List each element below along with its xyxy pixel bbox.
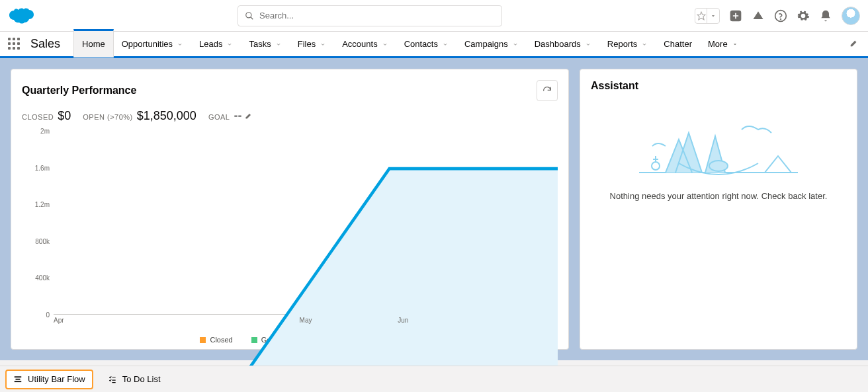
nav-tab-tasks[interactable]: Tasks	[241, 29, 289, 58]
y-tick: 1.2m	[35, 201, 50, 208]
user-avatar[interactable]	[842, 7, 860, 25]
quarterly-performance-card: Quarterly Performance CLOSED$0 OPEN (>70…	[11, 69, 569, 350]
checklist-icon	[108, 375, 117, 384]
salesforce-help-icon[interactable]	[752, 9, 765, 22]
y-tick: 400k	[35, 274, 50, 282]
y-tick: 800k	[35, 237, 50, 245]
refresh-button[interactable]	[537, 80, 558, 101]
chevron-down-icon	[585, 41, 591, 48]
chevron-down-icon	[177, 41, 183, 48]
performance-chart: 0400k800k1.2m1.6m2m AprMayJun	[22, 131, 558, 332]
chevron-down-icon	[732, 41, 738, 48]
assistant-message: Nothing needs your attention right now. …	[610, 191, 828, 201]
utility-bar-flow-button[interactable]: Utility Bar Flow	[5, 370, 93, 389]
assistant-title: Assistant	[591, 80, 638, 92]
utility-todo-button[interactable]: To Do List	[101, 370, 167, 389]
nav-tab-contacts[interactable]: Contacts	[396, 29, 456, 58]
svg-rect-13	[15, 381, 22, 382]
nav-tab-opportunities[interactable]: Opportunities	[114, 29, 191, 58]
x-tick: Jun	[319, 317, 487, 324]
closed-value: $0	[58, 109, 71, 122]
chevron-down-icon	[320, 41, 326, 48]
chevron-down-icon	[382, 41, 388, 48]
salesforce-logo[interactable]	[8, 7, 34, 25]
y-tick: 1.6m	[35, 164, 50, 171]
edit-goal-pencil-icon[interactable]	[245, 110, 253, 122]
nav-tab-accounts[interactable]: Accounts	[334, 29, 396, 58]
nav-tab-files[interactable]: Files	[290, 29, 334, 58]
svg-rect-12	[16, 378, 21, 379]
chevron-down-icon	[512, 41, 519, 48]
edit-nav-pencil-icon[interactable]	[846, 38, 863, 50]
chevron-down-icon	[275, 41, 282, 48]
utility-flow-label: Utility Bar Flow	[28, 374, 85, 384]
notifications-bell-icon[interactable]	[819, 9, 832, 22]
card-title: Quarterly Performance	[22, 85, 136, 97]
nav-tab-reports[interactable]: Reports	[599, 29, 656, 58]
x-tick: Apr	[54, 317, 222, 324]
favorite-star-icon[interactable]	[695, 9, 707, 23]
svg-line-1	[251, 17, 253, 19]
y-tick: 0	[46, 311, 50, 319]
favorite-dropdown-icon[interactable]	[707, 9, 719, 23]
chevron-down-icon	[442, 41, 449, 48]
svg-point-7	[709, 161, 728, 171]
assistant-illustration	[639, 100, 798, 179]
flow-icon	[13, 375, 22, 384]
app-name: Sales	[30, 37, 60, 51]
setup-gear-icon[interactable]	[797, 9, 810, 22]
global-search[interactable]	[238, 5, 502, 26]
nav-tab-chatter[interactable]: Chatter	[656, 29, 700, 58]
nav-tab-home[interactable]: Home	[73, 29, 114, 58]
svg-rect-11	[15, 376, 22, 377]
svg-point-5	[781, 19, 781, 19]
chevron-down-icon	[641, 41, 648, 48]
open-value: $1,850,000	[137, 109, 196, 122]
chevron-down-icon	[226, 41, 233, 48]
assistant-card: Assistant Nothing needs your attention r…	[580, 69, 857, 350]
help-icon[interactable]	[774, 9, 787, 22]
app-launcher-icon[interactable]	[8, 38, 21, 51]
open-label: OPEN (>70%)	[83, 113, 133, 121]
closed-label: CLOSED	[22, 113, 54, 121]
svg-marker-2	[697, 12, 705, 20]
utility-todo-label: To Do List	[122, 374, 161, 384]
nav-tab-dashboards[interactable]: Dashboards	[527, 29, 599, 58]
nav-tab-campaigns[interactable]: Campaigns	[456, 29, 527, 58]
goal-value: --	[234, 109, 241, 122]
add-icon[interactable]	[729, 9, 742, 22]
goal-label: GOAL	[208, 113, 230, 121]
nav-tab-more[interactable]: More	[700, 29, 746, 58]
svg-point-8	[652, 162, 660, 170]
search-input[interactable]	[259, 11, 495, 20]
svg-point-0	[246, 12, 251, 17]
nav-tab-leads[interactable]: Leads	[191, 29, 241, 58]
y-tick: 2m	[40, 128, 50, 135]
search-icon	[245, 11, 254, 20]
